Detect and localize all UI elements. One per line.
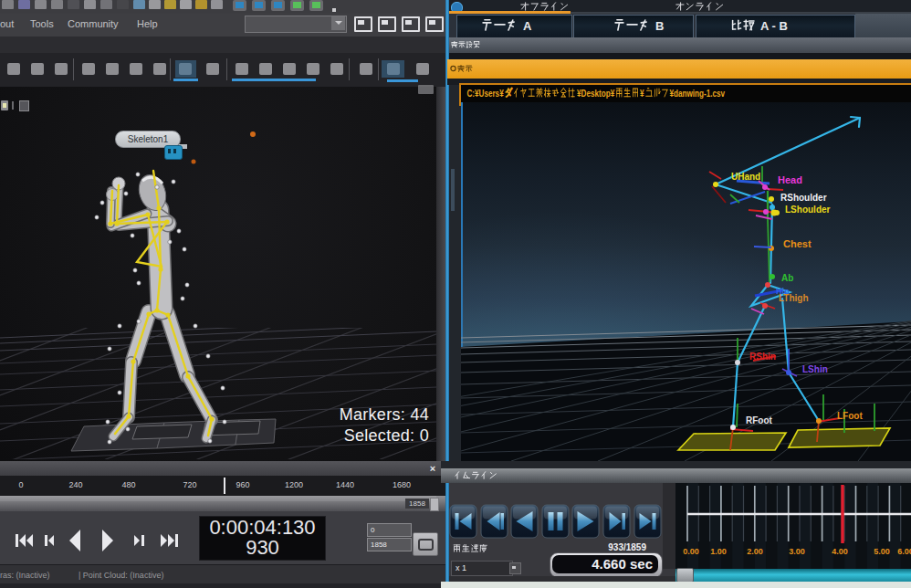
- svg-text:B: B: [655, 19, 664, 33]
- svg-text:Head: Head: [778, 174, 802, 185]
- svg-text:RFoot: RFoot: [746, 415, 773, 425]
- svg-text:Chest: Chest: [783, 238, 812, 249]
- svg-text:LThigh: LThigh: [779, 293, 809, 303]
- svg-text:Ab: Ab: [781, 273, 793, 283]
- svg-text:C:¥Users¥: C:¥Users¥: [466, 88, 504, 100]
- svg-text:A: A: [523, 19, 532, 33]
- svg-text:6.00: 6.00: [897, 547, 911, 556]
- svg-text:3.00: 3.00: [789, 547, 805, 556]
- svg-text:A - B: A - B: [760, 19, 788, 33]
- svg-text:¥Desktop¥: ¥Desktop¥: [577, 88, 615, 100]
- svg-text:LShin: LShin: [802, 364, 828, 374]
- svg-text:ダ: ダ: [505, 87, 512, 99]
- svg-text:¥: ¥: [640, 88, 644, 100]
- svg-text:RShin: RShin: [749, 352, 776, 362]
- svg-text:RShoulder: RShoulder: [780, 193, 827, 203]
- svg-text:UHand: UHand: [731, 172, 760, 182]
- svg-text:2.00: 2.00: [747, 547, 763, 556]
- svg-text:0.00: 0.00: [683, 547, 699, 556]
- svg-text:LFoot: LFoot: [837, 411, 863, 421]
- svg-text:¥danwing-1.csv: ¥danwing-1.csv: [669, 88, 725, 100]
- svg-text:LShoulder: LShoulder: [785, 205, 831, 215]
- svg-text:1.00: 1.00: [710, 547, 727, 556]
- svg-text:4.00: 4.00: [832, 547, 848, 556]
- svg-text:5.00: 5.00: [874, 547, 890, 556]
